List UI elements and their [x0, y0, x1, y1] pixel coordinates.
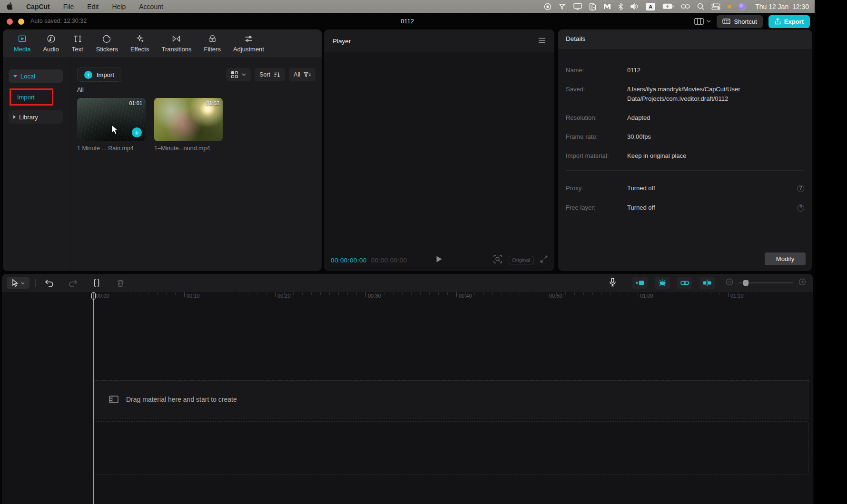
- battery-icon[interactable]: [662, 3, 674, 10]
- timeline-zoom-slider[interactable]: [739, 282, 793, 283]
- help-icon[interactable]: ?: [797, 185, 804, 192]
- zoom-out-button[interactable]: [726, 278, 733, 288]
- ripple-delete-toggle[interactable]: [632, 277, 648, 289]
- help-icon[interactable]: ?: [797, 204, 804, 212]
- audio-icon: [46, 34, 56, 44]
- modify-button[interactable]: Modify: [765, 252, 806, 265]
- view-mode-button[interactable]: [226, 68, 251, 81]
- tab-transitions[interactable]: Transitions: [155, 34, 197, 53]
- clip-thumbnail[interactable]: 01:01 +: [77, 98, 146, 141]
- control-center-icon[interactable]: [711, 3, 720, 10]
- redo-button[interactable]: [66, 277, 79, 289]
- mouse-cursor: [111, 125, 119, 137]
- clip-thumbnail[interactable]: 01:02: [154, 98, 223, 141]
- menu-item-account[interactable]: Account: [139, 3, 163, 10]
- tab-adjustment-label: Adjustment: [233, 46, 264, 53]
- undo-button[interactable]: [42, 277, 56, 289]
- record-voiceover-button[interactable]: [609, 278, 616, 289]
- playhead-handle[interactable]: [91, 292, 96, 300]
- preview-axis-toggle[interactable]: [699, 277, 715, 289]
- malwarebytes-icon[interactable]: [603, 3, 611, 10]
- tab-audio-label: Audio: [43, 46, 59, 53]
- export-button-label: Export: [784, 18, 804, 25]
- player-controls: 00:00:00:00 00:00:00:00 Original: [324, 249, 554, 271]
- timeline-ruler[interactable]: 00:00 00:10 00:20 00:30 00:40 00:50 01:0…: [2, 292, 813, 304]
- delete-button[interactable]: [114, 277, 127, 289]
- import-media-button[interactable]: + Import: [77, 68, 121, 82]
- clip-filename: 1–Minute...ound.mp4: [154, 145, 223, 152]
- vpn-icon[interactable]: [559, 3, 566, 10]
- link-clips-toggle[interactable]: [677, 277, 692, 289]
- triangle-right-icon: [13, 115, 16, 119]
- shortcut-button[interactable]: Shortcut: [717, 15, 762, 28]
- details-panel: Details Name: 0112 Saved: /Users/ilya.ma…: [558, 29, 812, 271]
- sidebar-local-label: Local: [20, 73, 35, 80]
- timeline-drop-zone[interactable]: Drag material here and start to create: [94, 380, 809, 418]
- layout-switcher-button[interactable]: [694, 18, 711, 25]
- play-button[interactable]: [436, 255, 443, 265]
- tab-adjustment[interactable]: Adjustment: [227, 34, 270, 53]
- ruler-tick-label: 00:20: [277, 293, 291, 299]
- menu-item-edit[interactable]: Edit: [87, 3, 98, 10]
- input-source-icon[interactable]: A: [646, 3, 655, 10]
- player-menu-button[interactable]: [538, 37, 546, 45]
- display-icon[interactable]: [573, 3, 582, 10]
- sidebar-item-local[interactable]: Local: [9, 69, 63, 83]
- ripple-delete-icon: [636, 280, 644, 286]
- clip-card-sound[interactable]: 01:02 1–Minute...ound.mp4: [154, 98, 223, 152]
- zoom-in-icon: [798, 278, 806, 286]
- filter-button[interactable]: All: [289, 68, 315, 81]
- clip-duration-badge: 01:01: [129, 100, 142, 106]
- split-button[interactable]: [90, 277, 103, 289]
- link-icon[interactable]: [681, 3, 690, 10]
- ruler-tick-label: 00:50: [549, 293, 562, 299]
- select-tool-button[interactable]: [7, 277, 30, 289]
- preview-zoom-button[interactable]: [493, 255, 502, 265]
- playhead-line[interactable]: [93, 293, 94, 504]
- detail-value: Adapted: [627, 113, 802, 123]
- timeline-secondary-track-area[interactable]: [94, 421, 809, 475]
- tab-filters[interactable]: Filters: [198, 34, 227, 53]
- tab-stickers[interactable]: Stickers: [90, 34, 124, 53]
- magnifier-frame-icon: [493, 255, 502, 263]
- clip-card-rain[interactable]: 01:01 + 1 Minute ... Rain.mp4: [77, 98, 146, 152]
- clip-duration-badge: 01:02: [206, 100, 219, 106]
- siri-icon[interactable]: [739, 3, 746, 10]
- ruler-tick-label: 01:10: [730, 293, 744, 299]
- detail-label: Import material:: [566, 151, 627, 161]
- record-status-icon[interactable]: [544, 3, 552, 10]
- current-timecode: 00:00:00:00: [331, 257, 367, 264]
- tab-effects[interactable]: Effects: [124, 34, 156, 53]
- sort-button[interactable]: Sort: [255, 68, 285, 81]
- detail-label: Proxy:: [566, 184, 627, 193]
- trash-icon: [117, 279, 124, 287]
- detail-row-free-layer: Free layer: Turned off ?: [566, 203, 804, 213]
- zoom-slider-handle[interactable]: [743, 280, 749, 286]
- add-clip-to-timeline-button[interactable]: +: [132, 127, 142, 137]
- preview-quality-selector[interactable]: Original: [509, 256, 533, 264]
- fullscreen-button[interactable]: [540, 255, 548, 265]
- sidebar-library-label: Library: [19, 114, 38, 121]
- export-button[interactable]: Export: [768, 15, 810, 28]
- menu-app-name[interactable]: CapCut: [26, 3, 50, 10]
- menu-item-help[interactable]: Help: [112, 3, 126, 10]
- tab-transitions-label: Transitions: [161, 46, 191, 53]
- play-icon: [436, 255, 443, 263]
- menu-bar-clock[interactable]: Thu 12 Jan 12:30: [755, 3, 809, 10]
- bluetooth-icon[interactable]: [618, 3, 623, 10]
- auto-snap-toggle[interactable]: [655, 277, 670, 289]
- grid-view-icon: [231, 71, 238, 78]
- timeline-empty-hint: Drag material here and start to create: [126, 396, 237, 403]
- menu-item-file[interactable]: File: [63, 3, 74, 10]
- tab-media[interactable]: Media: [8, 34, 37, 53]
- zoom-in-button[interactable]: [798, 278, 806, 288]
- spotlight-search-icon[interactable]: [697, 3, 704, 10]
- screen-mirroring-icon[interactable]: [589, 3, 596, 10]
- sidebar-item-import[interactable]: Import: [10, 88, 53, 106]
- ruler-tick-label: 00:00: [96, 293, 109, 299]
- sidebar-item-library[interactable]: Library: [9, 110, 63, 124]
- tab-audio[interactable]: Audio: [37, 34, 65, 53]
- tab-text[interactable]: Text: [65, 34, 90, 53]
- volume-icon[interactable]: [630, 3, 639, 10]
- apple-menu-icon[interactable]: [6, 2, 13, 11]
